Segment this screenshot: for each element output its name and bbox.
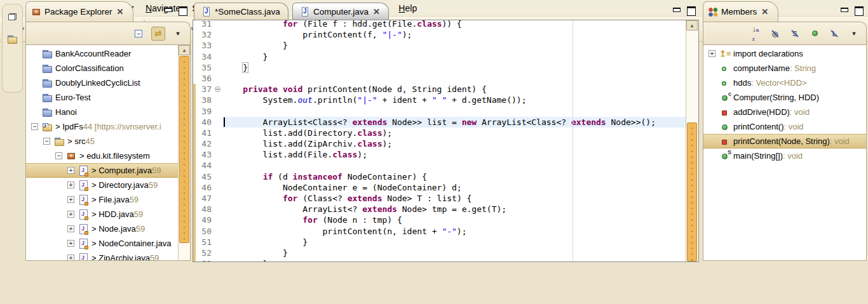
maximize-view-button[interactable] [855,6,863,13]
tree-item-src[interactable]: −> src 45 [26,134,178,149]
open-perspective-icon[interactable] [7,34,18,44]
code-line-47[interactable]: for (Class<? extends Node> T : list) { [223,193,686,204]
collapse-toggle[interactable]: − [31,123,38,130]
view-menu-button[interactable]: ▼ [847,27,861,41]
member-main-string-[interactable]: Smain(String[]) : void [703,149,866,163]
maximize-view-button[interactable] [179,6,187,13]
code-line-42[interactable]: list.add(ZipArchiv.class); [223,138,686,149]
member-hdds[interactable]: hdds : Vector<HDD> [703,76,866,90]
members-tab[interactable]: Members ✕ [703,1,778,22]
java-file-icon [78,209,88,220]
tree-item-node-java[interactable]: +> Node.java 59 [26,221,178,236]
code-editor[interactable]: 3132333435363738394041424344454647484950… [193,20,699,262]
code-line-38[interactable]: System.out.println("|-" + ident + " " + … [223,95,686,105]
sort-button[interactable]: ↓az [749,27,763,41]
code-line-40[interactable]: ArrayList<Class<? extends Node>> list = … [223,117,686,128]
tree-item-computer-java[interactable]: +> Computer.java 59 [26,163,178,178]
collapse-all-button[interactable]: − [132,27,146,41]
minimize-editor-button[interactable] [672,6,681,13]
expand-toggle[interactable]: + [67,182,74,188]
package-explorer-tab[interactable]: Package Explorer ✕ [25,1,133,22]
tree-item-ziparchiv-java[interactable]: +> ZipArchiv.java 59 [26,251,178,260]
line-number: 50 [196,226,214,237]
tree-item-nodecontainer-java[interactable]: +> NodeContainer.java [26,236,178,251]
code-line-35[interactable]: } [223,62,686,73]
code-line-52[interactable]: } [223,248,686,258]
show-fields-button[interactable] [808,27,822,41]
tree-item-doublylinkedcycliclist[interactable]: DoublyLinkedCyclicList [26,76,178,90]
code-line-44[interactable] [223,160,686,171]
member-printcontent-node-string-[interactable]: printContent(Node, String) : void [703,134,866,149]
line-number: 35 [196,62,214,73]
scroll-up-arrow[interactable]: ▲ [686,20,698,30]
hide-static-members-button[interactable]: S [788,27,802,41]
expand-toggle[interactable]: + [709,50,715,57]
expand-toggle[interactable]: + [67,211,74,218]
code-line-32[interactable]: printContent(f, "|-"); [223,29,686,40]
code-line-34[interactable]: } [223,51,686,62]
close-view-icon[interactable]: ✕ [761,7,769,17]
member-computername[interactable]: computerName : String [703,61,866,76]
gutter-line: 42 [193,138,223,149]
tree-item-file-java[interactable]: +> File.java 59 [26,192,178,207]
tree-item-ipdfs[interactable]: −> IpdFs 44 [https://svnserver.i [26,119,178,134]
member-printcontent-[interactable]: printContent() : void [703,119,866,134]
code-line-31[interactable]: for (File f : hdd.get(File.class)) { [223,20,686,29]
tree-item-directory-java[interactable]: +> Directory.java 59 [26,178,178,192]
line-number: 45 [196,171,214,182]
hide-local-types-button[interactable]: L [827,27,841,41]
editor-tab-Computer-java[interactable]: Computer.java✕ [292,3,389,20]
hide-fields-button[interactable]: ◎ [768,27,782,41]
tree-item-bankaccountreader[interactable]: BankAccountReader [26,46,178,61]
editor-scrollbar[interactable]: ▲ [686,20,698,261]
code-line-53[interactable]: } [223,258,686,261]
code-line-51[interactable]: } [223,237,686,248]
member-adddrive-hdd-[interactable]: addDrive(HDD) : void [703,105,866,119]
code-line-50[interactable]: printContent(n, ident + "-"); [223,226,686,237]
fold-column [214,149,223,160]
tree-item-hdd-java[interactable]: +> HDD.java 59 [26,207,178,221]
collapse-fold-icon[interactable] [215,86,220,92]
code-line-37[interactable]: private void printContent(Node d, String… [223,84,686,95]
expand-toggle[interactable]: + [67,167,74,174]
fold-column [214,248,223,258]
svn-revision-label: 59 [149,180,158,190]
expand-toggle[interactable]: + [67,225,74,232]
code-line-43[interactable]: list.add(File.class); [223,149,686,160]
member-import-declarations[interactable]: +↥≡import declarations [703,46,866,61]
tree-item-edu-kit-filesystem[interactable]: −> edu.kit.filesystem [26,149,178,163]
link-with-editor-button[interactable]: ⇄ [151,27,165,41]
minimize-view-button[interactable] [840,6,848,13]
tree-item-euro-test[interactable]: Euro-Test [26,90,178,105]
member-computer-string-hdd-[interactable]: cComputer(String, HDD) [703,90,866,105]
gutter-line: 50 [193,226,223,237]
package-explorer-scrollbar[interactable]: ▲ [178,45,190,260]
maximize-editor-button[interactable] [687,6,695,13]
collapse-toggle[interactable]: − [43,138,50,145]
view-menu-button[interactable]: ▼ [171,27,185,41]
restore-window-icon[interactable] [8,13,17,20]
expand-toggle[interactable]: + [67,240,74,247]
editor-tab--SomeClass-java[interactable]: *SomeClass.java [194,3,288,20]
code-line-41[interactable]: list.add(Directory.class); [223,128,686,138]
close-tab-icon[interactable]: ✕ [372,7,381,17]
code-line-33[interactable]: } [223,40,686,51]
scrollbar-thumb[interactable] [179,56,189,243]
scrollbar-thumb[interactable] [687,122,697,261]
tree-item-hanoi[interactable]: Hanoi [26,105,178,119]
code-line-48[interactable]: ArrayList<? extends Node> tmp = e.get(T)… [223,204,686,215]
scroll-up-arrow[interactable]: ▲ [179,45,190,55]
close-view-icon[interactable]: ✕ [116,7,125,17]
code-line-39[interactable] [223,106,686,117]
code-line-45[interactable]: if (d instanceof NodeContainer) { [223,171,686,182]
expand-toggle[interactable]: + [67,254,74,260]
code-line-49[interactable]: for (Node n : tmp) { [223,215,686,225]
tree-item-colorclassification[interactable]: ColorClassification [26,61,178,76]
code-line-36[interactable] [223,73,686,84]
member-type-label: : void [783,122,803,131]
collapse-toggle[interactable]: − [55,152,62,159]
minimize-view-button[interactable] [164,6,172,13]
expand-toggle[interactable]: + [67,196,74,203]
code-line-46[interactable]: NodeContainer e = (NodeContainer) d; [223,182,686,193]
tree-item-label: Euro-Test [55,93,91,102]
